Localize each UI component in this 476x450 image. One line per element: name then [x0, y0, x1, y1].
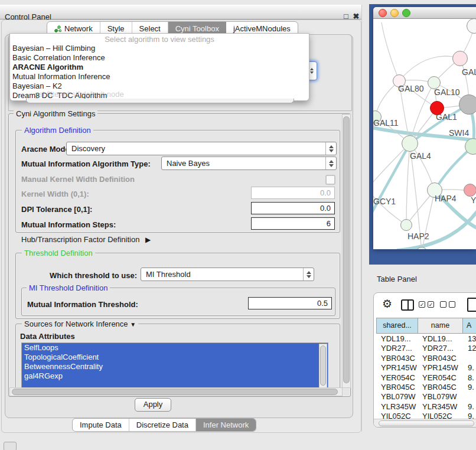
table-hscrollbar[interactable]	[374, 419, 476, 427]
manual-kernel-label: Manual Kernel Width Definition	[21, 175, 135, 184]
algorithm-option-selected[interactable]: ARACNE Algorithm	[11, 63, 308, 72]
network-node[interactable]	[452, 51, 468, 66]
cell-name: YBR045C	[418, 383, 463, 392]
algorithm-prompt: Select algorithm to view settings	[10, 35, 309, 44]
data-attributes-label: Data Attributes	[20, 332, 75, 341]
combo-stepper-icon	[325, 142, 336, 155]
tab-discretize-data-label: Discretize Data	[136, 419, 188, 431]
cell-name: YDL19...	[418, 334, 463, 344]
network-combobox-value: gal filtered sif default node	[34, 90, 124, 99]
screenshot-root: Control Panel □ ✖ Network Style Select C…	[0, 0, 476, 450]
list-scrollbar-thumb[interactable]	[320, 345, 326, 386]
column-header-extra[interactable]: A	[462, 318, 476, 334]
algorithm-definition-title: Algorithm Definition	[22, 126, 93, 135]
expanded-arrow-icon[interactable]: ▼	[130, 321, 136, 328]
kernel-width-label: Kernel Width (0,1):	[21, 190, 89, 198]
algorithm-option[interactable]: Mutual Information Inference	[11, 72, 308, 81]
settings-vscrollbar[interactable]	[342, 114, 351, 388]
tab-infer-network[interactable]: Infer Network	[196, 419, 256, 431]
table-row[interactable]: YDL19... YDL19... 13	[376, 334, 476, 344]
network-node[interactable]	[464, 184, 476, 197]
deselect-all-checks-icon[interactable]	[440, 301, 455, 308]
column-header-name[interactable]: name	[418, 318, 463, 334]
sources-title-text: Sources for Network Inference	[24, 319, 128, 328]
hub-definition-toggle[interactable]: Hub/Transcription Factor Definition ▶	[21, 235, 151, 244]
split-columns-icon[interactable]	[401, 299, 414, 311]
cell-value: 12	[463, 344, 476, 353]
aracne-mode-label: Aracne Mode:	[21, 145, 72, 154]
settings-hscrollbar-thumb[interactable]	[12, 389, 338, 395]
column-header-shared[interactable]: shared...	[376, 318, 418, 334]
network-node[interactable]	[402, 135, 418, 152]
tab-discretize-data[interactable]: Discretize Data	[129, 419, 196, 431]
table-hscrollbar-thumb[interactable]	[379, 420, 474, 426]
minimize-traffic-light-icon[interactable]	[390, 9, 399, 17]
manual-kernel-checkbox[interactable]	[325, 175, 335, 185]
node-label: GAL10	[434, 87, 460, 97]
algorithm-option[interactable]: Basic Correlation Inference	[11, 53, 308, 63]
list-scrollbar[interactable]	[319, 344, 327, 389]
cell-name: YDR27...	[418, 344, 463, 353]
mi-steps-field[interactable]: 6	[251, 217, 335, 230]
cell-name: YPR145W	[418, 363, 463, 373]
mi-threshold-field[interactable]: 0.5	[248, 297, 332, 309]
cell-value: 8.	[463, 373, 476, 383]
node-label: GAL4	[410, 151, 431, 161]
node-label: GCY1	[373, 197, 396, 206]
algorithm-option[interactable]: Bayesian – Hill Climbing	[11, 44, 308, 53]
cell-shared: YBR045C	[376, 383, 418, 392]
network-node[interactable]	[400, 219, 412, 231]
network-window-titlebar	[373, 7, 476, 19]
cell-value: 9.	[463, 402, 476, 412]
list-item[interactable]: SelfLoops	[22, 343, 328, 353]
table-row[interactable]: YPR145W YPR145W 9.	[376, 363, 476, 373]
threshold-definition-title: Threshold Definition	[22, 249, 95, 257]
which-threshold-combobox[interactable]: MI Threshold	[141, 268, 314, 281]
dpi-tolerance-field[interactable]: 0.0	[251, 202, 335, 214]
gear-icon[interactable]: ⚙	[382, 298, 392, 311]
settings-hscrollbar[interactable]	[9, 387, 343, 396]
settings-group-title: Cyni Algorithm Settings	[14, 109, 97, 118]
table-row[interactable]: YBR045C YBR045C 9.	[376, 383, 476, 392]
checked-box-icon: ✓	[428, 301, 434, 308]
mi-threshold-definition-title: MI Threshold Definition	[27, 283, 110, 292]
table-row[interactable]: YLR345W YLR345W 9.	[376, 402, 476, 412]
bottom-left-button[interactable]	[4, 442, 17, 450]
mi-threshold-label: Mutual Information Threshold:	[27, 300, 138, 309]
table-row[interactable]: YER054C YER054C 8.	[376, 373, 476, 383]
list-item[interactable]: gal4RGexp	[22, 371, 328, 381]
dpi-tolerance-label: DPI Tolerance [0,1]:	[21, 205, 92, 214]
cell-name: YBL079W	[418, 392, 463, 402]
network-combobox-edge[interactable]	[26, 99, 294, 103]
cell-value	[463, 392, 476, 402]
table-row[interactable]: YBR043C YBR043C	[376, 354, 476, 363]
cell-value: 9.	[463, 363, 476, 373]
table-row[interactable]: YDR27... YDR27... 12	[376, 344, 476, 353]
select-all-checks-icon[interactable]: ✓ ✓	[419, 301, 434, 308]
settings-vscrollbar-thumb[interactable]	[343, 116, 350, 383]
list-item[interactable]: BetweennessCentrality	[22, 362, 328, 371]
which-threshold-label: Which threshold to use:	[35, 271, 137, 280]
cell-name: YLR345W	[418, 402, 463, 412]
aracne-mode-value: Discovery	[71, 144, 105, 153]
network-canvas[interactable]: GAL GAL80 GAL10 GAL1 GAL11 SWI4 GAL4 GCY…	[373, 19, 476, 249]
mi-type-combobox[interactable]: Naive Bayes	[161, 156, 337, 170]
cell-shared: YDR27...	[376, 344, 418, 353]
network-node[interactable]	[459, 94, 476, 115]
data-attributes-list[interactable]: SelfLoops TopologicalCoefficient Between…	[21, 343, 328, 389]
apply-button[interactable]: Apply	[135, 398, 171, 412]
kernel-width-field[interactable]: 0.0	[251, 187, 335, 199]
panel-divider	[361, 5, 362, 432]
table-row[interactable]: YBL079W YBL079W	[376, 392, 476, 402]
aracne-mode-combobox[interactable]: Discovery	[66, 142, 337, 155]
which-threshold-value: MI Threshold	[146, 270, 191, 279]
close-traffic-light-icon[interactable]	[379, 9, 387, 17]
control-panel-titlebar: Control Panel □ ✖	[0, 5, 361, 19]
zoom-traffic-light-icon[interactable]	[402, 9, 410, 17]
new-table-icon[interactable]	[467, 298, 476, 312]
checked-box-icon: ✓	[419, 301, 425, 308]
hub-definition-label: Hub/Transcription Factor Definition	[21, 235, 139, 244]
tab-impute-data[interactable]: Impute Data	[73, 419, 129, 431]
list-item[interactable]: TopologicalCoefficient	[22, 353, 328, 362]
combo-stepper-icon	[303, 268, 314, 281]
